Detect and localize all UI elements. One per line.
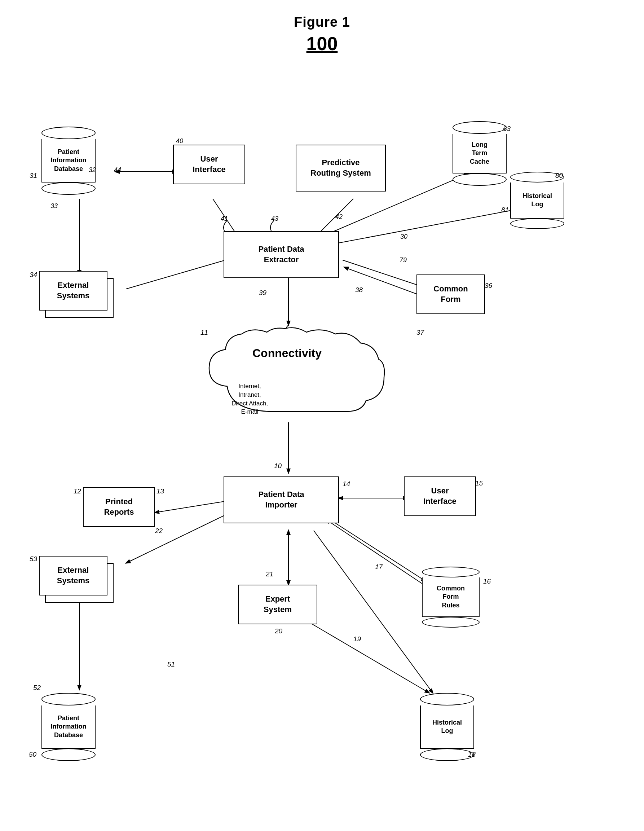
ref-37: 37 [417, 329, 424, 336]
connectivity-cloud: Connectivity Internet,Intranet,Direct At… [202, 325, 390, 422]
ref-42: 42 [336, 213, 343, 221]
ref-30: 30 [400, 233, 407, 240]
svg-line-18 [314, 530, 433, 693]
external-systems-top: External Systems [39, 271, 107, 310]
ref-13: 13 [156, 487, 164, 495]
ref-31: 31 [30, 172, 37, 180]
external-systems-bottom: External Systems [39, 556, 107, 595]
svg-line-3 [126, 256, 238, 289]
ref-44: 44 [114, 166, 121, 174]
ref-53: 53 [30, 555, 37, 563]
ref-12: 12 [73, 487, 81, 495]
common-form: Common Form [417, 274, 485, 314]
diagram: Patient Information Database 31 32 33 Us… [0, 65, 644, 831]
figure-title: Figure 1 [0, 0, 644, 30]
predictive-routing-system: Predictive Routing System [296, 145, 386, 191]
ref-79: 79 [399, 256, 407, 264]
ref-40: 40 [176, 137, 183, 145]
patient-info-db-top: Patient Information Database [36, 127, 101, 195]
ref-80: 80 [555, 172, 563, 180]
ref-17: 17 [375, 563, 383, 571]
ref-63: 63 [503, 125, 510, 133]
expert-system: Expert System [238, 585, 317, 624]
ref-21: 21 [266, 570, 274, 578]
patient-data-importer: Patient Data Importer [224, 476, 339, 523]
user-interface-top: User Interface [173, 145, 245, 184]
ref-14: 14 [343, 480, 350, 488]
ref-20: 20 [275, 627, 282, 635]
long-term-cache: Long Term Cache [447, 121, 512, 186]
ref-32: 32 [89, 166, 96, 174]
ref-52: 52 [33, 684, 41, 692]
ref-33: 33 [51, 202, 58, 210]
svg-line-17 [326, 520, 424, 585]
ref-51: 51 [167, 661, 175, 668]
ref-43: 43 [271, 215, 278, 223]
ref-38: 38 [355, 286, 363, 294]
ref-50: 50 [29, 751, 37, 758]
printed-reports: Printed Reports [83, 487, 155, 527]
ref-39: 39 [259, 289, 267, 297]
historical-log-top: Historical Log [505, 172, 570, 229]
ref-10: 10 [274, 462, 281, 470]
ref-34: 34 [30, 271, 37, 279]
patient-data-extractor: Patient Data Extractor [224, 231, 339, 278]
ref-36: 36 [485, 282, 492, 290]
ref-22: 22 [155, 527, 163, 535]
ref-41: 41 [221, 215, 228, 223]
svg-line-6 [324, 210, 516, 246]
svg-line-19 [307, 621, 429, 693]
svg-line-16 [324, 516, 426, 581]
ref-81: 81 [501, 206, 509, 214]
ref-16: 16 [483, 578, 491, 585]
ref-11: 11 [200, 329, 208, 336]
patient-info-db-bottom: Patient Information Database [36, 693, 101, 761]
user-interface-bottom: User Interface [404, 476, 476, 516]
common-form-rules: Common Form Rules [417, 567, 485, 627]
figure-number: 100 [0, 33, 644, 54]
ref-19: 19 [353, 635, 361, 643]
ref-15: 15 [475, 479, 483, 487]
svg-line-7 [343, 260, 429, 289]
ref-18: 18 [468, 751, 475, 758]
